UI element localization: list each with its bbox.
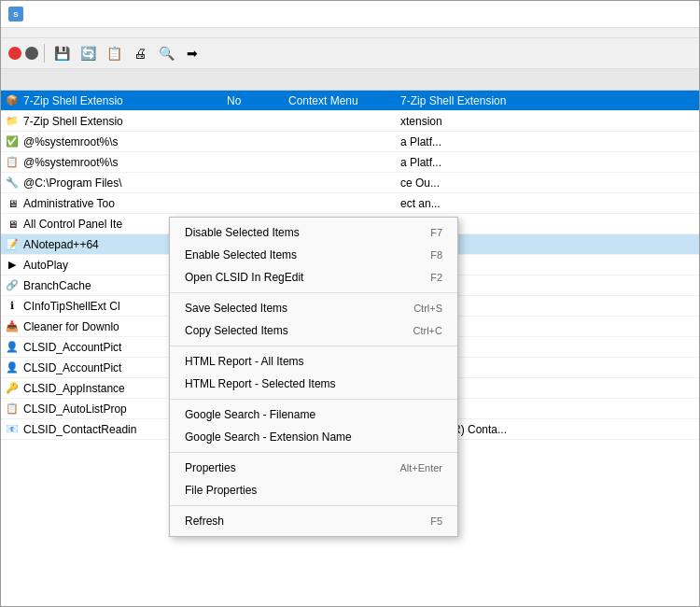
ctx-item-shortcut: Alt+Enter (399, 462, 442, 473)
row-name: 7-Zip Shell Extensio (23, 94, 219, 107)
context-menu-item[interactable]: Properties Alt+Enter (170, 457, 457, 479)
context-menu-item[interactable]: Refresh F5 (170, 510, 457, 532)
context-menu-separator (170, 505, 457, 506)
row-icon: 📋 (5, 402, 20, 416)
context-menu-item[interactable]: Save Selected Items Ctrl+S (170, 297, 457, 319)
table-row[interactable]: 🖥 Administrative Too ect an... (1, 193, 699, 214)
svg-text:S: S (13, 10, 19, 19)
print-button[interactable]: 🖨 (129, 42, 151, 64)
row-icon: ✅ (5, 134, 20, 149)
menu-file[interactable] (8, 31, 16, 35)
ctx-item-shortcut: F8 (430, 249, 442, 261)
context-menu: Disable Selected Items F7 Enable Selecte… (169, 217, 458, 537)
context-menu-item[interactable]: File Properties (170, 479, 457, 501)
row-description: 7-Zip Shell Extension (397, 94, 699, 107)
ctx-item-shortcut: F5 (430, 515, 442, 527)
row-icon: 📧 (5, 422, 20, 437)
row-icon: 📥 (5, 319, 20, 334)
context-menu-item[interactable]: Enable Selected Items F8 (170, 244, 457, 266)
row-icon: 📦 (5, 93, 20, 108)
header-description (393, 73, 699, 86)
ctx-item-shortcut: F2 (430, 272, 442, 283)
ctx-item-label: Google Search - Extension Name (185, 431, 352, 444)
row-name: 7-Zip Shell Extensio (23, 115, 219, 128)
menu-view[interactable] (53, 31, 61, 35)
row-icon: 📋 (5, 155, 20, 170)
row-name: @C:\Program Files\ (23, 176, 219, 190)
menu-edit[interactable] (31, 31, 38, 35)
ctx-item-label: HTML Report - Selected Items (185, 377, 336, 390)
header-type (281, 73, 393, 86)
ctx-item-label: Open CLSID In RegEdit (185, 271, 303, 284)
row-description: ect an... (397, 197, 699, 210)
ctx-item-shortcut: F7 (430, 227, 442, 238)
header-disabled (216, 73, 281, 86)
row-description: a Platf... (397, 135, 699, 148)
table-row[interactable]: 🔧 @C:\Program Files\ ce Ou... (1, 173, 699, 193)
row-name: Administrative Too (23, 197, 219, 210)
context-menu-item[interactable]: Open CLSID In RegEdit F2 (170, 266, 457, 289)
table-row[interactable]: ✅ @%systemroot%\s a Platf... (1, 132, 699, 152)
ctx-item-label: Disable Selected Items (185, 226, 300, 239)
context-menu-item[interactable]: Copy Selected Items Ctrl+C (170, 319, 457, 342)
context-menu-item[interactable]: Google Search - Filename (170, 403, 457, 426)
context-menu-item[interactable]: Google Search - Extension Name (170, 426, 457, 448)
context-menu-separator (170, 452, 457, 453)
export-button[interactable]: ➡ (181, 42, 203, 64)
title-bar: S (1, 1, 699, 28)
menu-help[interactable] (98, 31, 105, 35)
row-description: a Platf... (397, 156, 699, 169)
row-icon: 📁 (5, 114, 20, 129)
context-menu-separator (170, 399, 457, 400)
save-button[interactable]: 💾 (50, 42, 73, 64)
red-circle-icon (8, 47, 21, 60)
context-menu-item[interactable]: Disable Selected Items F7 (170, 221, 457, 244)
refresh-button[interactable]: 🔄 (77, 42, 99, 64)
header-name (1, 73, 216, 86)
table-header (1, 69, 699, 91)
row-disabled: No (219, 94, 285, 107)
context-menu-separator (170, 346, 457, 346)
copy-button[interactable]: 📋 (103, 42, 125, 64)
table-row[interactable]: 📁 7-Zip Shell Extensio xtension (1, 111, 699, 132)
ctx-item-label: File Properties (185, 484, 257, 497)
main-content: 📦 7-Zip Shell Extensio No Context Menu 7… (1, 69, 699, 606)
table-row[interactable]: 📋 @%systemroot%\s a Platf... (1, 152, 699, 173)
app-icon: S (8, 7, 23, 21)
row-icon: 🔧 (5, 176, 20, 191)
ctx-item-label: Copy Selected Items (185, 324, 288, 337)
toolbar-separator-1 (44, 44, 45, 63)
ctx-item-shortcut: Ctrl+S (413, 303, 442, 314)
row-icon: ℹ (5, 299, 20, 314)
green-circle-icon (25, 47, 38, 60)
toolbar: 💾 🔄 📋 🖨 🔍 ➡ (1, 38, 699, 69)
ctx-item-label: HTML Report - All Items (185, 355, 304, 368)
search-button[interactable]: 🔍 (155, 42, 177, 64)
row-description: ce Ou... (397, 176, 699, 190)
ctx-item-label: Refresh (185, 515, 224, 528)
row-type: Context Menu (285, 94, 397, 107)
ctx-item-label: Enable Selected Items (185, 248, 297, 261)
row-icon: 🖥 (5, 217, 20, 232)
row-name: @%systemroot%\s (23, 135, 219, 148)
row-name: @%systemroot%\s (23, 156, 219, 169)
menu-bar (1, 28, 699, 38)
row-icon: 🖥 (5, 196, 20, 211)
row-description: xtension (397, 115, 699, 128)
row-icon: 👤 (5, 360, 20, 375)
row-icon: 🔑 (5, 381, 20, 396)
ctx-item-label: Google Search - Filename (185, 408, 315, 421)
row-icon: 🔗 (5, 278, 20, 293)
row-icon: 📝 (5, 237, 20, 252)
context-menu-separator (170, 292, 457, 293)
row-icon: 👤 (5, 340, 20, 355)
main-window: S 💾 🔄 📋 🖨 🔍 ➡ (0, 0, 700, 607)
context-menu-item[interactable]: HTML Report - Selected Items (170, 373, 457, 395)
table-row[interactable]: 📦 7-Zip Shell Extensio No Context Menu 7… (1, 91, 699, 111)
context-menu-item[interactable]: HTML Report - All Items (170, 350, 457, 373)
ctx-item-label: Save Selected Items (185, 302, 287, 315)
menu-options[interactable] (76, 31, 83, 35)
ctx-item-shortcut: Ctrl+C (413, 325, 442, 336)
ctx-item-label: Properties (185, 461, 236, 474)
row-icon: ▶ (5, 258, 20, 273)
